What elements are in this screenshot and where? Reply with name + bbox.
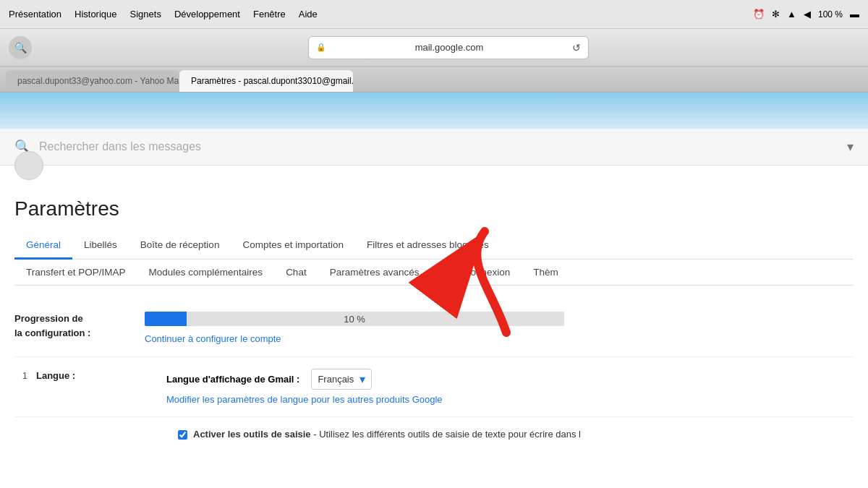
menu-signets[interactable]: Signets — [130, 9, 161, 20]
language-select-arrow-icon: ▾ — [359, 372, 365, 386]
language-other-products-link[interactable]: Modifier les paramètres de langue pour l… — [166, 394, 854, 405]
autocomplete-row: Activer les outils de saisie - Utilisez … — [14, 417, 854, 451]
lock-icon: 🔒 — [316, 43, 326, 52]
browser-search-button[interactable]: 🔍 — [9, 36, 32, 59]
browser-toolbar: 🔍 🔒 mail.google.com ↺ — [0, 29, 868, 67]
config-link[interactable]: Continuer à configurer le compte — [145, 333, 281, 344]
menu-bar: Présentation Historique Signets Développ… — [0, 0, 868, 29]
row-number: 1 — [14, 369, 36, 381]
menu-bar-left: Présentation Historique Signets Développ… — [9, 9, 753, 20]
menu-historique[interactable]: Historique — [75, 9, 117, 20]
page-title: Paramètres — [14, 180, 854, 232]
lang-sublabel: Langue d'affichage de Gmail : — [166, 374, 299, 385]
gmail-search-input[interactable]: Rechercher dans les messages — [39, 140, 838, 153]
menu-presentation[interactable]: Présentation — [9, 9, 61, 20]
settings-tabs-row1: Général Libellés Boîte de réception Comp… — [14, 232, 854, 260]
tab-transfert-pop-imap[interactable]: Transfert et POP/IMAP — [14, 260, 137, 285]
language-label: Langue : — [36, 369, 166, 383]
wifi-icon: ▲ — [787, 9, 796, 20]
battery-icon: ▬ — [850, 9, 859, 20]
tab-boite-reception[interactable]: Boîte de réception — [129, 232, 231, 260]
reload-icon[interactable]: ↺ — [572, 42, 581, 53]
tab-theme[interactable]: Thèm — [522, 260, 570, 285]
language-content: Langue d'affichage de Gmail : Français ▾… — [166, 369, 854, 405]
menu-developpement[interactable]: Développement — [174, 9, 240, 20]
gmail-search-bar: 🔍 Rechercher dans les messages ▾ — [0, 129, 868, 166]
language-value: Français — [318, 374, 354, 385]
browser-tab-yahoo[interactable]: pascal.dupont33@yahoo.com - Yahoo Mail — [6, 70, 179, 92]
settings-container: Paramètres Général Libellés Boîte de réc… — [0, 166, 868, 451]
volume-icon: ◀ — [804, 9, 811, 20]
bluetooth-icon: ✻ — [772, 9, 780, 20]
language-select[interactable]: Français ▾ — [311, 369, 372, 390]
progress-container: 10 % — [145, 312, 854, 326]
language-row: 1 Langue : Langue d'affichage de Gmail :… — [14, 357, 854, 417]
time-machine-icon: ⏰ — [753, 9, 765, 20]
autocomplete-checkbox[interactable] — [178, 430, 187, 440]
progress-text: 10 % — [344, 314, 365, 325]
tab-hors-connexion[interactable]: Hors connexion — [430, 260, 522, 285]
tab-libelles[interactable]: Libellés — [72, 232, 129, 260]
autocomplete-text: Activer les outils de saisie - Utilisez … — [193, 429, 581, 440]
settings-tabs-row2: Transfert et POP/IMAP Modules complément… — [14, 260, 854, 286]
menu-aide[interactable]: Aide — [299, 9, 318, 20]
progress-bar-fill — [145, 312, 187, 326]
browser-tab-gmail-settings[interactable]: Paramètres - pascal.dupont33010@gmail.co… — [179, 70, 353, 92]
avatar — [14, 151, 43, 180]
tab-comptes-importation[interactable]: Comptes et importation — [231, 232, 355, 260]
progress-label: Progression de la configuration : — [14, 312, 145, 340]
tab-general[interactable]: Général — [14, 232, 72, 260]
tab-chat[interactable]: Chat — [274, 260, 318, 285]
address-bar[interactable]: 🔒 mail.google.com ↺ — [308, 36, 589, 59]
gmail-search-expand-icon[interactable]: ▾ — [847, 139, 854, 155]
browser-tabs-bar: pascal.dupont33@yahoo.com - Yahoo Mail P… — [0, 67, 868, 93]
sky-background — [0, 93, 868, 129]
search-icon: 🔍 — [14, 42, 27, 53]
tab-filtres-adresses[interactable]: Filtres et adresses bloquées — [355, 232, 501, 260]
tab-modules-complementaires[interactable]: Modules complémentaires — [137, 260, 275, 285]
progress-content: 10 % Continuer à configurer le compte — [145, 312, 854, 345]
menu-fenetre[interactable]: Fenêtre — [253, 9, 286, 20]
menu-bar-right: ⏰ ✻ ▲ ◀ 100 % ▬ — [753, 9, 859, 20]
progress-bar-wrapper: 10 % — [145, 312, 564, 326]
url-text: mail.google.com — [331, 42, 568, 53]
tab-parametres-avances[interactable]: Paramètres avancés — [318, 260, 431, 285]
progress-row: Progression de la configuration : 10 % C… — [14, 300, 854, 357]
battery-text: 100 % — [818, 9, 843, 20]
